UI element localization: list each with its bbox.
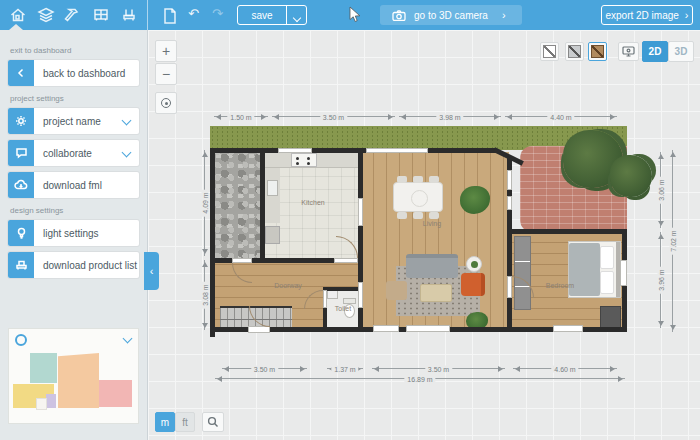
go-to-3d-camera-button[interactable]: go to 3D camera ›: [380, 5, 522, 25]
render-textured-icon: [591, 45, 604, 58]
dimension: 1.37 m: [327, 368, 363, 369]
pouf[interactable]: [386, 281, 407, 300]
chevron-right-icon: ›: [502, 9, 506, 21]
light-settings-button[interactable]: light settings: [8, 220, 139, 246]
stone-patio[interactable]: [213, 148, 263, 262]
render-gray-icon: [568, 45, 581, 58]
window[interactable]: [507, 170, 512, 190]
project-name-label: project name: [34, 116, 101, 127]
furniture-cabinet-icon[interactable]: [91, 5, 111, 25]
unit-meters-button[interactable]: m: [155, 412, 175, 432]
screenshot-button[interactable]: [618, 42, 639, 61]
door-opening[interactable]: [334, 258, 358, 263]
dining-chair[interactable]: [413, 176, 423, 183]
tree[interactable]: [610, 155, 652, 197]
wall[interactable]: [210, 148, 496, 153]
render-outline-icon: [543, 45, 556, 58]
sidebar-collapse-tab[interactable]: ‹: [144, 252, 159, 290]
window[interactable]: [278, 148, 312, 153]
view-2d-button[interactable]: 2D: [642, 41, 668, 62]
floorplan-home-icon[interactable]: [8, 5, 28, 25]
kitchen-sink[interactable]: [267, 180, 278, 196]
bedroom-dresser[interactable]: [600, 306, 621, 328]
window[interactable]: [406, 325, 450, 332]
minimap-collapse-chevron-icon[interactable]: [123, 334, 133, 344]
minimap-room-orange: [58, 353, 99, 408]
door-opening[interactable]: [248, 326, 270, 333]
dimension: 4.40 m: [505, 116, 617, 117]
render-mode-textured-button[interactable]: [588, 42, 607, 61]
dining-chair[interactable]: [397, 212, 407, 219]
chair-icon[interactable]: [119, 5, 139, 25]
minimap-locate-icon[interactable]: [15, 334, 27, 346]
view-3d-button[interactable]: 3D: [668, 41, 694, 62]
layers-icon[interactable]: [36, 5, 56, 25]
collaborate-button[interactable]: collaborate: [8, 140, 139, 166]
render-mode-gray-button[interactable]: [565, 42, 584, 61]
wardrobe[interactable]: [514, 236, 531, 310]
export-2d-label: export 2D image: [605, 10, 678, 21]
door-opening[interactable]: [358, 282, 363, 308]
crosshair-icon: [161, 98, 171, 108]
bathroom-sink[interactable]: [327, 290, 338, 299]
gear-icon: [8, 108, 34, 134]
measure-zoom-button[interactable]: [202, 412, 224, 432]
cloud-download-icon: [8, 172, 34, 198]
unit-feet-button[interactable]: ft: [175, 412, 195, 432]
active-nav-notch: [9, 24, 23, 30]
floorplan-canvas[interactable]: + − 2D 3D m ft: [148, 30, 700, 440]
dining-chair[interactable]: [429, 176, 439, 183]
save-options-button[interactable]: [287, 9, 306, 21]
unit-ft-label: ft: [182, 417, 188, 428]
render-mode-outline-button[interactable]: [540, 42, 559, 61]
window[interactable]: [620, 260, 627, 286]
armchair-orange[interactable]: [461, 273, 485, 296]
fridge[interactable]: [265, 226, 280, 244]
side-table[interactable]: [466, 256, 482, 272]
minimap-room-purple: [46, 394, 56, 408]
window[interactable]: [553, 325, 583, 332]
view-3d-label: 3D: [675, 46, 688, 57]
room-label-toilet: Toilet: [335, 305, 351, 312]
dining-chair[interactable]: [413, 212, 423, 219]
coffee-table[interactable]: [420, 284, 452, 302]
room-label-bedroom: Bedroom: [546, 282, 574, 289]
dining-chair[interactable]: [429, 212, 439, 219]
download-fml-button[interactable]: download fml: [8, 172, 139, 198]
zoom-in-button[interactable]: +: [155, 40, 177, 62]
project-name-button[interactable]: project name: [8, 108, 139, 134]
window[interactable]: [373, 325, 399, 332]
zoom-out-button[interactable]: −: [155, 63, 177, 85]
undo-icon[interactable]: ↶: [188, 6, 199, 21]
lightbulb-icon: [8, 220, 34, 246]
sofa[interactable]: [406, 254, 458, 278]
dining-chair[interactable]: [397, 176, 407, 183]
wall[interactable]: [508, 229, 627, 234]
minimap-panel[interactable]: [8, 328, 139, 424]
stove[interactable]: [291, 153, 317, 167]
wall[interactable]: [210, 148, 215, 337]
export-2d-image-button[interactable]: export 2D image ›: [601, 5, 693, 25]
window[interactable]: [507, 196, 512, 210]
locate-button[interactable]: [155, 92, 177, 114]
dimension: 4.60 m: [513, 368, 617, 369]
redo-icon[interactable]: ↷: [212, 6, 223, 21]
save-button[interactable]: save: [238, 10, 286, 21]
wall[interactable]: [260, 148, 265, 263]
dimension: 1.50 m: [214, 116, 268, 117]
download-product-list-label: download product list: [34, 260, 137, 271]
build-hammer-icon[interactable]: [63, 5, 83, 25]
back-to-dashboard-button[interactable]: back to dashboard: [8, 60, 139, 86]
go-3d-label: go to 3D camera: [414, 10, 488, 21]
door-opening[interactable]: [358, 198, 363, 226]
download-product-list-button[interactable]: download product list: [8, 252, 139, 278]
chat-bubble-icon: [8, 140, 34, 166]
dining-table[interactable]: [393, 182, 443, 212]
door-opening[interactable]: [323, 290, 327, 308]
window[interactable]: [366, 148, 428, 153]
chevron-left-icon: ‹: [150, 265, 154, 277]
bed[interactable]: [568, 241, 621, 298]
wall[interactable]: [323, 287, 362, 291]
chevron-left-icon: [8, 60, 34, 86]
new-document-icon[interactable]: [160, 6, 180, 26]
